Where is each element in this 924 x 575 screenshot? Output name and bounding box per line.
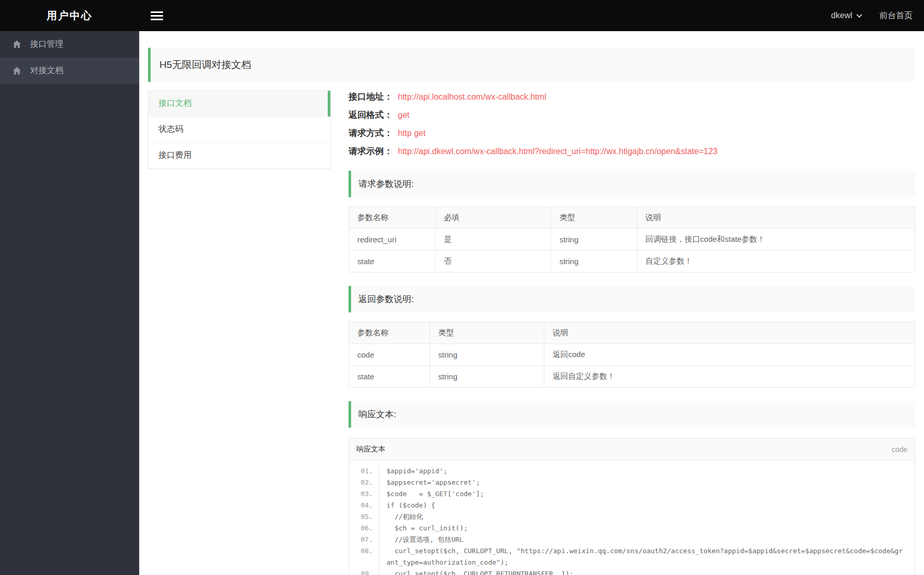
column-header: 参数名称 [349, 207, 436, 229]
code-panel-title: 响应文本 [356, 445, 385, 454]
info-row-request-example: 请求示例： http://api.dkewl.com/wx-callback.h… [349, 146, 915, 157]
table-cell: state [349, 366, 430, 388]
subnav-item-api-doc[interactable]: 接口文档 [149, 91, 330, 117]
line-number: 07. [349, 534, 379, 545]
column-header: 参数名称 [349, 322, 430, 344]
api-info: 接口地址： http://api.localhost.com/wx-callba… [349, 91, 915, 157]
sidebar-item-api-management[interactable]: 接口管理 [0, 31, 139, 58]
home-icon [12, 40, 21, 49]
code-line: 09. curl_setopt($ch, CURLOPT_RETURNTRANS… [349, 568, 915, 575]
line-number: 03. [349, 488, 379, 500]
subnav-item-status-codes[interactable]: 状态码 [149, 117, 330, 143]
code-panel-header: 响应文本 code [349, 439, 915, 461]
table-cell: state [349, 251, 436, 272]
code-text: curl_setopt($ch, CURLOPT_RETURNTRANSFER,… [379, 568, 915, 575]
info-label: 请求方式： [349, 128, 393, 139]
username: dkewl [831, 11, 852, 20]
code-line: 02.$appsecret='appsecret'; [349, 477, 915, 488]
code-language-badge: code [892, 445, 907, 454]
table-cell: code [349, 344, 430, 366]
code-line: 08. curl_setopt($ch, CURLOPT_URL, "https… [349, 545, 915, 568]
section-header-response-params: 返回参数说明: [349, 286, 915, 312]
main-content: H5无限回调对接文档 接口文档 状态码 接口费用 接口地址： http://ap… [139, 31, 924, 575]
column-header: 必填 [435, 207, 551, 229]
line-number: 06. [349, 523, 379, 534]
code-text: if ($code) { [379, 500, 915, 511]
doc-subnav: 接口文档 状态码 接口费用 [148, 90, 331, 169]
line-number: 01. [349, 466, 379, 477]
line-number: 02. [349, 477, 379, 488]
code-line: 04.if ($code) { [349, 500, 915, 511]
code-text: $appid='appid'; [379, 466, 915, 477]
code-text: $appsecret='appsecret'; [379, 477, 915, 488]
sidebar-item-label: 对接文档 [30, 65, 63, 76]
column-header: 类型 [551, 207, 637, 229]
return-format-value: get [398, 109, 409, 121]
sidebar-item-docs[interactable]: 对接文档 [0, 58, 139, 84]
api-url-link[interactable]: http://api.localhost.com/wx-callback.htm… [398, 91, 546, 103]
request-method-value: http get [398, 128, 425, 139]
table-cell: 回调链接，接口code和state参数！ [637, 229, 915, 251]
request-params-table: 参数名称 必填 类型 说明 redirect_uri 是 string 回调链接… [349, 207, 915, 272]
code-text: $code = $_GET['code']; [379, 488, 915, 500]
code-text: //初始化 [379, 511, 915, 523]
code-block: 01.$appid='appid'; 02.$appsecret='appsec… [349, 461, 915, 575]
table-cell: string [430, 366, 544, 388]
column-header: 类型 [430, 322, 544, 344]
info-label: 接口地址： [349, 91, 393, 103]
home-icon [12, 66, 21, 75]
code-line: 01.$appid='appid'; [349, 466, 915, 477]
line-number: 05. [349, 511, 379, 523]
code-text: //设置选项, 包括URL [379, 534, 915, 545]
table-header-row: 参数名称 类型 说明 [349, 322, 915, 344]
response-params-table: 参数名称 类型 说明 code string 返回code state [349, 322, 915, 388]
line-number: 09. [349, 568, 379, 575]
table-row: code string 返回code [349, 344, 915, 366]
front-home-link[interactable]: 前台首页 [879, 10, 913, 21]
user-menu[interactable]: dkewl [831, 11, 861, 20]
code-line: 05. //初始化 [349, 511, 915, 523]
page-title-bar: H5无限回调对接文档 [148, 48, 915, 82]
app-viewport: 用户中心 dkewl 前台首页 接口管理 对接文档 [0, 0, 924, 575]
table-cell: string [551, 251, 637, 272]
table-row: redirect_uri 是 string 回调链接，接口code和state参… [349, 229, 915, 251]
table-row: state 否 string 自定义参数！ [349, 251, 915, 272]
code-panel: 响应文本 code 01.$appid='appid'; 02.$appsecr… [349, 438, 915, 575]
sidebar: 接口管理 对接文档 [0, 31, 139, 575]
hamburger-menu-icon[interactable] [149, 6, 165, 25]
table-cell: 返回code [544, 344, 915, 366]
topbar-right: dkewl 前台首页 [831, 10, 924, 21]
line-number: 08. [349, 545, 379, 568]
table-cell: string [430, 344, 544, 366]
page-title: H5无限回调对接文档 [159, 59, 251, 70]
column-header: 说明 [637, 207, 915, 229]
code-text: $ch = curl_init(); [379, 523, 915, 534]
table-cell: 是 [435, 229, 551, 251]
info-row-request-method: 请求方式： http get [349, 128, 915, 139]
topbar: 用户中心 dkewl 前台首页 [0, 0, 924, 31]
table-cell: 返回自定义参数！ [544, 366, 915, 388]
sidebar-item-label: 接口管理 [30, 39, 63, 50]
code-line: 06. $ch = curl_init(); [349, 523, 915, 534]
info-label: 请求示例： [349, 146, 393, 157]
line-number: 04. [349, 500, 379, 511]
table-cell: string [551, 229, 637, 251]
request-example-link[interactable]: http://api.dkewl.com/wx-callback.html?re… [398, 146, 717, 157]
code-line: 07. //设置选项, 包括URL [349, 534, 915, 545]
code-line: 03.$code = $_GET['code']; [349, 488, 915, 500]
app-logo: 用户中心 [0, 9, 139, 23]
chevron-down-icon [856, 12, 862, 18]
table-row: state string 返回自定义参数！ [349, 366, 915, 388]
table-cell: redirect_uri [349, 229, 436, 251]
section-header-request-params: 请求参数说明: [349, 171, 915, 197]
content-row: 接口文档 状态码 接口费用 接口地址： http://api.localhost… [148, 90, 915, 575]
info-row-api-url: 接口地址： http://api.localhost.com/wx-callba… [349, 91, 915, 103]
section-header-response-text: 响应文本: [349, 401, 915, 428]
doc-body: 接口地址： http://api.localhost.com/wx-callba… [349, 90, 915, 575]
subnav-item-api-fees[interactable]: 接口费用 [149, 143, 330, 168]
code-text: curl_setopt($ch, CURLOPT_URL, "https://a… [379, 545, 915, 568]
info-label: 返回格式： [349, 109, 393, 121]
info-row-return-format: 返回格式： get [349, 109, 915, 121]
table-cell: 否 [435, 251, 551, 272]
table-header-row: 参数名称 必填 类型 说明 [349, 207, 915, 229]
